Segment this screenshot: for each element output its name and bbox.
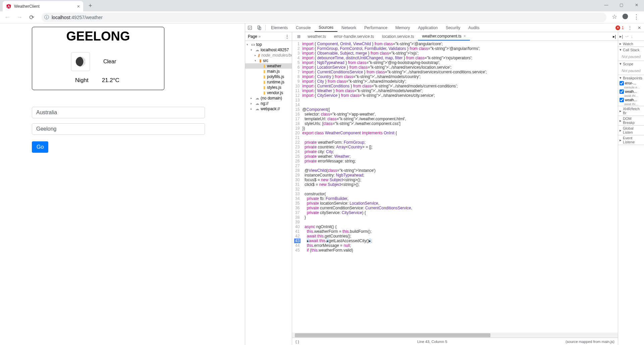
- country-input[interactable]: [32, 107, 205, 118]
- breakpoint-checkbox[interactable]: [620, 89, 624, 94]
- svg-point-0: [623, 14, 628, 19]
- more-icon[interactable]: ⋮: [285, 34, 289, 39]
- browser-tab[interactable]: WeatherClient ×: [3, 1, 83, 11]
- menu-icon[interactable]: ⋮: [633, 13, 639, 21]
- temperature-text: 21.2°C: [102, 77, 119, 84]
- devtools-tab-security[interactable]: Security: [442, 23, 464, 32]
- global-listen-pane[interactable]: ▸ Global Listen: [618, 126, 644, 135]
- tree-item[interactable]: ▮main.js: [245, 69, 292, 74]
- source-map-info: (source mapped from main.js): [566, 340, 614, 344]
- tree-item[interactable]: ▾▭top: [245, 42, 292, 47]
- show-function-icon[interactable]: ▸|: [613, 34, 616, 39]
- devtools-tab-elements[interactable]: Elements: [267, 23, 292, 32]
- forward-button[interactable]: →: [15, 13, 24, 22]
- tree-item[interactable]: ▸☁ng://: [245, 101, 292, 106]
- browser-toolbar: ← → ⟳ ⓘ localhost:49257/weather ☆ ⋮: [0, 11, 644, 23]
- error-indicator[interactable]: ✕ 1: [614, 23, 625, 32]
- breakpoints-pane[interactable]: ▾ Breakpoints: [618, 75, 644, 81]
- maximize-button[interactable]: ▢: [614, 0, 629, 10]
- window-controls: — ▢ ✕: [599, 0, 644, 10]
- resume-icon[interactable]: ▸|: [620, 34, 623, 39]
- devtools-tab-application[interactable]: Application: [414, 23, 442, 32]
- new-tab-button[interactable]: +: [86, 1, 95, 11]
- xhr-pane[interactable]: ▸ XHR/fetch Br: [618, 106, 644, 116]
- minimize-button[interactable]: —: [599, 0, 614, 10]
- sources-navigator: Page » ⋮ ▾▭top▾☁localhost:49257▸▮node_mo…: [245, 32, 292, 345]
- breakpoint-checkbox[interactable]: [620, 81, 624, 85]
- page-dropdown[interactable]: Page »: [248, 34, 261, 39]
- address-bar[interactable]: ⓘ localhost:49257/weather: [42, 13, 606, 22]
- devtools-tabs: ElementsConsoleSourcesNetworkPerformance…: [245, 23, 644, 32]
- close-icon[interactable]: ×: [77, 4, 80, 9]
- bookmark-icon[interactable]: ☆: [612, 13, 617, 21]
- inspect-icon[interactable]: [245, 23, 255, 32]
- condition-text: Clear: [103, 59, 116, 65]
- profile-icon[interactable]: [622, 13, 629, 21]
- tree-item[interactable]: ▮styles.js: [245, 85, 292, 90]
- device-icon[interactable]: [255, 23, 264, 32]
- devtools-settings-icon[interactable]: ⋮: [625, 23, 635, 32]
- callstack-pane[interactable]: ▾ Call Stack: [618, 47, 644, 53]
- go-button[interactable]: Go: [32, 141, 48, 153]
- weather-card: GEELONG Clear Night 21.2°C: [32, 27, 164, 90]
- file-tab[interactable]: error-handle.service.ts: [330, 32, 378, 41]
- devtools-tab-network[interactable]: Network: [337, 23, 360, 32]
- step-into-icon[interactable]: ↓: [631, 34, 633, 39]
- back-button[interactable]: ←: [3, 13, 12, 22]
- dom-bp-pane[interactable]: ▸ DOM Breakp: [618, 116, 644, 125]
- cursor-position: Line 43, Column 5: [417, 340, 447, 344]
- devtools-tab-memory[interactable]: Memory: [391, 23, 414, 32]
- devtools-panel: ElementsConsoleSourcesNetworkPerformance…: [245, 23, 644, 345]
- reload-button[interactable]: ⟳: [27, 13, 36, 22]
- tree-item[interactable]: ▸☁(no domain): [245, 95, 292, 101]
- daypart-text: Night: [75, 77, 89, 84]
- watch-pane[interactable]: ▸ Watch: [618, 41, 644, 47]
- devtools-tab-audits[interactable]: Audits: [464, 23, 483, 32]
- tree-item[interactable]: ▾☁localhost:49257: [245, 47, 292, 53]
- angular-icon: [6, 4, 11, 9]
- tab-title: WeatherClient: [14, 4, 74, 9]
- breakpoint-item[interactable]: weath…: [618, 89, 644, 94]
- svg-rect-2: [248, 26, 252, 29]
- tree-item[interactable]: ▸☁webpack://: [245, 106, 292, 112]
- devtools-tab-console[interactable]: Console: [292, 23, 315, 32]
- moon-icon: [71, 52, 90, 71]
- breakpoint-item[interactable]: weath…: [618, 97, 644, 102]
- tree-item[interactable]: ▾▮src: [245, 58, 292, 63]
- devtools-tab-performance[interactable]: Performance: [360, 23, 391, 32]
- breakpoint-item[interactable]: error-…: [618, 81, 644, 86]
- tree-item[interactable]: ▮weather: [245, 63, 292, 69]
- file-tab[interactable]: weather.ts: [304, 32, 330, 41]
- city-heading: GEELONG: [38, 29, 159, 44]
- devtools-close-icon[interactable]: ✕: [635, 23, 644, 32]
- page-content: GEELONG Clear Night 21.2°C Go: [0, 23, 245, 345]
- tree-item[interactable]: ▮vendor.js: [245, 90, 292, 95]
- city-input[interactable]: [32, 123, 205, 135]
- file-tab[interactable]: location.service.ts: [378, 32, 418, 41]
- browser-tabstrip: WeatherClient × + — ▢ ✕: [0, 0, 644, 11]
- tree-item[interactable]: ▮runtime.js: [245, 79, 292, 85]
- close-window-button[interactable]: ✕: [629, 0, 644, 10]
- devtools-tab-sources[interactable]: Sources: [315, 23, 337, 32]
- error-icon: ✕: [615, 25, 620, 30]
- event-listen-pane[interactable]: ▸ Event Listene: [618, 135, 644, 145]
- close-icon[interactable]: ×: [464, 34, 466, 39]
- debugger-sidebar: ▸| ⤻ ↓ ▸ Watch ▾ Call Stack Not paused ▾…: [618, 32, 644, 345]
- step-over-icon[interactable]: ⤻: [625, 34, 629, 39]
- pretty-print-icon[interactable]: { }: [296, 340, 299, 344]
- file-tab[interactable]: weather.component.ts ×: [418, 32, 470, 41]
- breakpoint-checkbox[interactable]: [620, 98, 624, 102]
- scope-pane[interactable]: ▾ Scope: [618, 61, 644, 67]
- code-nav-icon[interactable]: ⊞: [294, 32, 304, 41]
- tree-item[interactable]: ▮polyfills.js: [245, 74, 292, 79]
- info-icon: ⓘ: [44, 14, 49, 20]
- tree-item[interactable]: ▸▮node_modules/bo: [245, 53, 292, 58]
